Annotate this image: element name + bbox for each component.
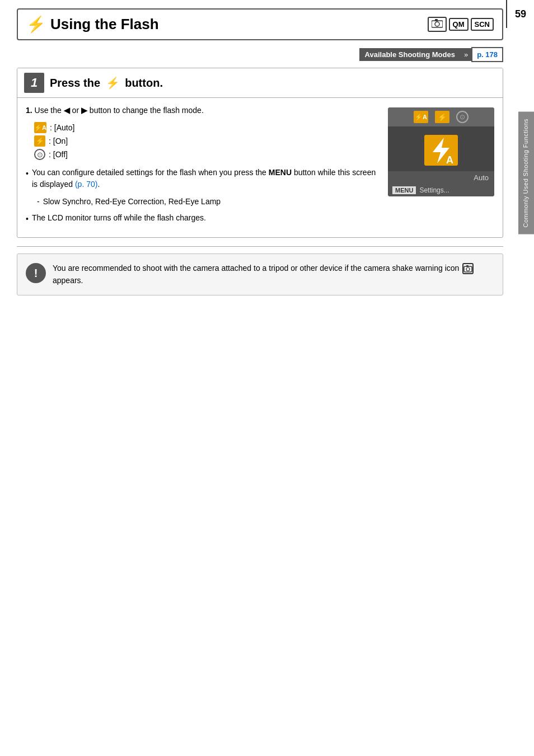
shooting-modes-page-ref: p. 178 [471,47,503,62]
qm-mode-icon: QM [449,18,469,31]
svg-rect-7 [466,265,469,267]
left-arrow-icon: ◀ [64,106,72,115]
bullet-1: • You can configure detailed settings fo… [26,167,377,190]
dash-symbol: - [37,196,40,208]
flash-on-icon: ⚡ [34,135,45,147]
mode-icons-group: QM SCN [428,17,494,32]
side-tab-label: Commonly Used Shooting Functions [518,112,534,234]
svg-rect-2 [435,19,438,21]
divider-line [17,246,503,247]
section-title: ⚡ Using the Flash [26,15,159,34]
shooting-modes-bar: Available Shooting Modes » p. 178 [17,47,503,62]
flash-mode-off: ⊙ : [Off] [34,149,377,160]
camera-ui-screenshot: ⚡A ⚡ ⊙ A Auto [388,107,494,196]
cam-icon-on: ⚡ [435,111,449,123]
flash-icon-title: ⚡ [26,15,46,34]
svg-point-1 [435,22,439,26]
step-body: 1. Use the ◀ or ▶ button to change the f… [17,98,503,237]
step-header: 1 Press the ⚡ button. [17,68,503,98]
note-text: You are recommended to shoot with the ca… [53,262,494,287]
right-arrow-icon: ▶ [81,106,90,115]
note-box: ! You are recommended to shoot with the … [17,253,503,295]
step-1-section: 1 Press the ⚡ button. 1. Use the ◀ or ▶ [17,68,503,238]
main-content: ⚡ Using the Flash QM SCN Available Shoot… [17,8,503,295]
flash-off-icon: ⊙ [34,149,45,160]
page-number: 59 [506,0,534,28]
camera-ui-topbar: ⚡A ⚡ ⊙ [388,107,494,126]
step-title: Press the ⚡ button. [50,76,163,90]
step-text-column: 1. Use the ◀ or ▶ button to change the f… [26,105,377,231]
title-section: ⚡ Using the Flash QM SCN [17,8,503,40]
shooting-modes-arrow: » [461,48,471,61]
bullet-dot-2: • [26,213,29,225]
svg-text:A: A [446,154,453,165]
step-flash-icon: ⚡ [106,77,120,89]
shooting-modes-label: Available Shooting Modes [359,48,461,61]
step-number: 1 [24,73,44,93]
bullet-2: • The LCD monitor turns off while the fl… [26,212,377,225]
bullet-dot-1: • [26,168,29,190]
settings-label: Settings... [419,186,449,194]
cam-icon-auto: ⚡A [414,111,428,123]
camera-ui-menu-bar: MENU Settings... [388,184,494,196]
title-text-label: Using the Flash [50,16,159,33]
menu-box-label: MENU [392,186,416,194]
flash-mode-on: ⚡ : [On] [34,135,377,147]
cam-icon-off: ⊙ [456,111,469,123]
camera-ui-main: A [388,126,494,171]
dash-item-1: - Slow Synchro, Red-Eye Correction, Red-… [37,196,377,208]
flash-modes-list: ⚡A : [Auto] ⚡ : [On] ⊙ : [Off] [34,122,377,160]
big-flash-icon: A [424,135,458,166]
note-icon: ! [26,263,46,283]
flash-mode-auto: ⚡A : [Auto] [34,122,377,133]
camera-mode-icon [428,17,447,32]
scn-mode-icon: SCN [471,18,494,31]
substep-1: 1. Use the ◀ or ▶ button to change the f… [26,105,377,116]
shake-warning-icon [462,263,474,274]
svg-point-6 [466,267,470,271]
camera-ui-auto-label: Auto [388,171,494,184]
flash-auto-icon: ⚡A [34,122,46,133]
